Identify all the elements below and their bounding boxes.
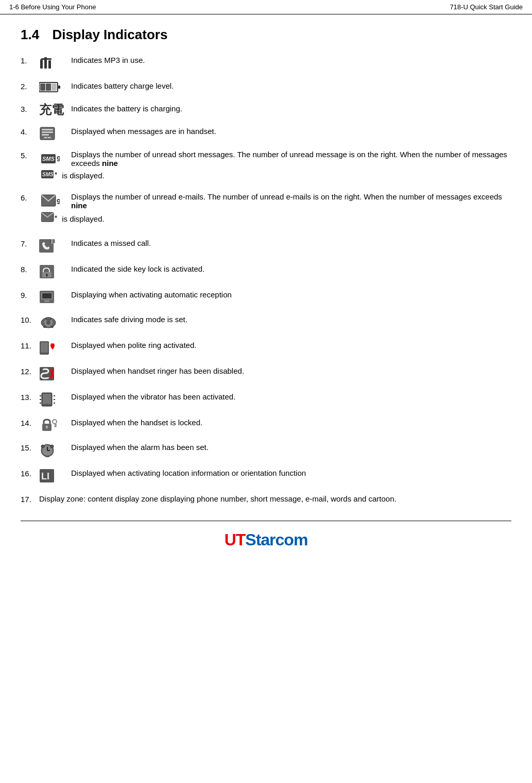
item-icon bbox=[39, 365, 66, 381]
item-text-start: Displays the number of unread short mess… bbox=[71, 150, 511, 168]
svg-text:LI: LI bbox=[41, 471, 49, 481]
item-icon bbox=[39, 339, 66, 356]
continuation: SMS * is displayed. bbox=[39, 170, 511, 183]
item-text: Indicates the battery is charging. bbox=[71, 103, 511, 114]
item-text: Indicated the side key lock is activated… bbox=[71, 263, 511, 275]
list-item: 10. Indicates safe driving mode is set. bbox=[21, 313, 511, 330]
first-line: 9 Displays the number of unread e-mails.… bbox=[39, 192, 511, 210]
item-icon bbox=[39, 289, 66, 304]
item-icon bbox=[39, 441, 66, 458]
svg-point-69 bbox=[41, 445, 44, 448]
svg-text:||: || bbox=[51, 239, 54, 244]
item-text: Indicates safe driving mode is set. bbox=[71, 313, 511, 325]
svg-rect-36 bbox=[42, 293, 52, 298]
list-item: 12. Displayed when handset ringer has be… bbox=[21, 365, 511, 381]
item-text: Indicates MP3 in use. bbox=[71, 54, 511, 66]
page-header: 1-6 Before Using Your Phone 718-U Quick … bbox=[0, 0, 532, 14]
svg-rect-42 bbox=[43, 326, 46, 328]
footer: UTStarcom bbox=[21, 521, 511, 549]
list-item: 1. Indicates MP3 in use. bbox=[21, 54, 511, 71]
item-text: Display zone: content display zone displ… bbox=[39, 493, 511, 505]
item-number: 5. bbox=[21, 150, 39, 160]
item-text: Indicates a missed call. bbox=[71, 237, 511, 249]
item-number: 6. bbox=[21, 192, 39, 202]
item-text-end: is displayed. bbox=[62, 214, 105, 223]
item-number: 10. bbox=[21, 313, 39, 326]
list-item: 5. SMS 9 Displays the number of unread s… bbox=[21, 150, 511, 183]
item-text: Displayed when the handset is locked. bbox=[71, 417, 511, 428]
svg-rect-8 bbox=[52, 84, 57, 91]
indicator-list: 1. Indicates MP3 in use. 2. bbox=[21, 54, 511, 505]
svg-text:SMS: SMS bbox=[42, 172, 54, 177]
item-text: Indicates battery charge level. bbox=[71, 80, 511, 92]
logo-ut-prefix: UT bbox=[225, 530, 246, 549]
svg-text:9: 9 bbox=[57, 197, 60, 206]
list-item: 17. Display zone: content display zone d… bbox=[21, 493, 511, 506]
svg-text:*: * bbox=[55, 214, 58, 222]
header-right: 718-U Quick Start Guide bbox=[450, 3, 523, 11]
svg-rect-4 bbox=[41, 60, 42, 61]
sms-star-icon: SMS * bbox=[41, 170, 58, 183]
key-lock-icon bbox=[39, 264, 56, 279]
svg-point-57 bbox=[46, 403, 48, 405]
svg-rect-11 bbox=[42, 129, 53, 130]
list-item: 13. Displayed when the vibrator has been bbox=[21, 391, 511, 407]
message-icon bbox=[39, 126, 56, 141]
list-item: 3. 充電 Indicates the battery is charging. bbox=[21, 103, 511, 116]
email-star-icon: * bbox=[41, 212, 58, 227]
item-number: 1. bbox=[21, 54, 39, 67]
svg-rect-13 bbox=[42, 134, 49, 136]
battery-icon bbox=[39, 81, 61, 93]
logo-starcom: Starcom bbox=[245, 530, 307, 549]
item-number: 12. bbox=[21, 365, 39, 378]
item-icon bbox=[39, 80, 66, 93]
missed-call-icon: || bbox=[39, 238, 56, 254]
svg-text:*: * bbox=[55, 171, 58, 178]
svg-rect-15 bbox=[44, 137, 47, 138]
list-item: 11. Displayed when polite ring activated… bbox=[21, 339, 511, 356]
section-heading: Display Indicators bbox=[52, 27, 167, 42]
item-text: Displayed when handset ringer has been d… bbox=[71, 365, 511, 377]
item-number: 8. bbox=[21, 263, 39, 276]
svg-rect-50 bbox=[43, 394, 51, 404]
item-icon bbox=[39, 54, 66, 71]
list-item: 6. 9 Displays the number of unread e-mai… bbox=[21, 192, 511, 227]
item-text: Displayed when the vibrator has been act… bbox=[71, 391, 511, 403]
svg-rect-63 bbox=[55, 426, 57, 427]
item-icon bbox=[39, 125, 66, 141]
svg-rect-37 bbox=[44, 300, 49, 302]
location-text: location bbox=[163, 469, 190, 477]
item-number: 4. bbox=[21, 125, 39, 138]
bold-nine-email: nine bbox=[71, 201, 87, 210]
item-icon: 充電 bbox=[39, 103, 66, 116]
svg-rect-64 bbox=[55, 424, 57, 425]
item-number: 13. bbox=[21, 391, 39, 404]
svg-rect-60 bbox=[46, 427, 47, 429]
svg-point-70 bbox=[50, 445, 54, 448]
list-item: 2. Indicates battery charge level. bbox=[21, 80, 511, 93]
list-item: 7. || Indicates a missed call. bbox=[21, 237, 511, 254]
section-title: 1.4 Display Indicators bbox=[21, 27, 511, 43]
continuation: * is displayed. bbox=[39, 212, 511, 227]
item-number: 15. bbox=[21, 441, 39, 454]
item-text-end: is displayed. bbox=[62, 171, 105, 180]
svg-rect-7 bbox=[46, 84, 51, 91]
item-number: 17. bbox=[21, 493, 39, 506]
svg-rect-33 bbox=[46, 275, 47, 277]
mp3-icon bbox=[39, 55, 58, 71]
first-line: SMS 9 Displays the number of unread shor… bbox=[39, 150, 511, 168]
svg-rect-2 bbox=[48, 60, 51, 69]
email-icon: 9 bbox=[41, 193, 68, 210]
list-item: 4. Displayed when messages are in handse… bbox=[21, 125, 511, 141]
item-text: Displayed when polite ring activated. bbox=[71, 339, 511, 351]
item-icon: LI bbox=[39, 467, 66, 484]
item-icon bbox=[39, 417, 66, 432]
item-text: Displayed when activating location infor… bbox=[71, 467, 511, 479]
svg-rect-41 bbox=[46, 318, 50, 320]
polite-ring-icon bbox=[39, 340, 56, 356]
svg-rect-6 bbox=[40, 84, 45, 91]
logo-text: UTStarcom bbox=[225, 530, 308, 549]
alarm-icon bbox=[39, 442, 56, 458]
item-icon: || bbox=[39, 237, 66, 254]
item-number: 3. bbox=[21, 103, 39, 115]
